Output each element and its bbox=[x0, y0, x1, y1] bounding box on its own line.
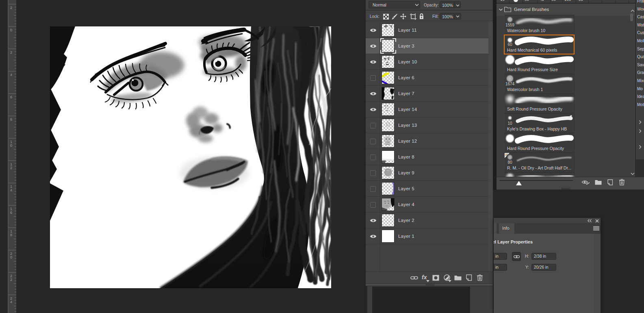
svg-text:4: 4 bbox=[10, 300, 12, 304]
svg-text:6: 6 bbox=[10, 95, 12, 99]
svg-text:0: 0 bbox=[10, 143, 12, 148]
svg-text:R. M. - Oil Dry - Art Draft Ha: R. M. - Oil Dry - Art Draft Half Dr... bbox=[507, 165, 571, 170]
svg-text:Hard Round Pressure Opacity: Hard Round Pressure Opacity bbox=[507, 146, 564, 151]
svg-text:2: 2 bbox=[10, 278, 12, 282]
svg-text:Soft Round Pressure Opacity: Soft Round Pressure Opacity bbox=[507, 107, 563, 111]
svg-text:16: 16 bbox=[505, 153, 508, 156]
svg-text:2: 2 bbox=[10, 6, 12, 10]
svg-text:10: 10 bbox=[507, 121, 512, 126]
svg-text:1559: 1559 bbox=[505, 23, 515, 27]
svg-text:4: 4 bbox=[10, 73, 12, 77]
svg-text:2: 2 bbox=[10, 166, 12, 170]
svg-text:6: 6 bbox=[10, 211, 12, 215]
svg-text:80: 80 bbox=[507, 160, 512, 165]
svg-text:8: 8 bbox=[10, 117, 12, 122]
svg-text:8: 8 bbox=[10, 233, 12, 237]
svg-text:0: 0 bbox=[10, 28, 12, 32]
svg-text:1674: 1674 bbox=[505, 82, 515, 86]
svg-text:Watercolor brush 10: Watercolor brush 10 bbox=[507, 28, 545, 33]
svg-text:Hard Round Pressure Size: Hard Round Pressure Size bbox=[507, 67, 558, 72]
svg-text:0: 0 bbox=[10, 255, 12, 259]
svg-text:2: 2 bbox=[10, 50, 12, 54]
svg-text:4: 4 bbox=[10, 188, 12, 192]
svg-text:Kyle's Drawing Box - Happy HB: Kyle's Drawing Box - Happy HB bbox=[507, 126, 567, 131]
svg-text:Watercolor brush 1: Watercolor brush 1 bbox=[507, 87, 543, 92]
